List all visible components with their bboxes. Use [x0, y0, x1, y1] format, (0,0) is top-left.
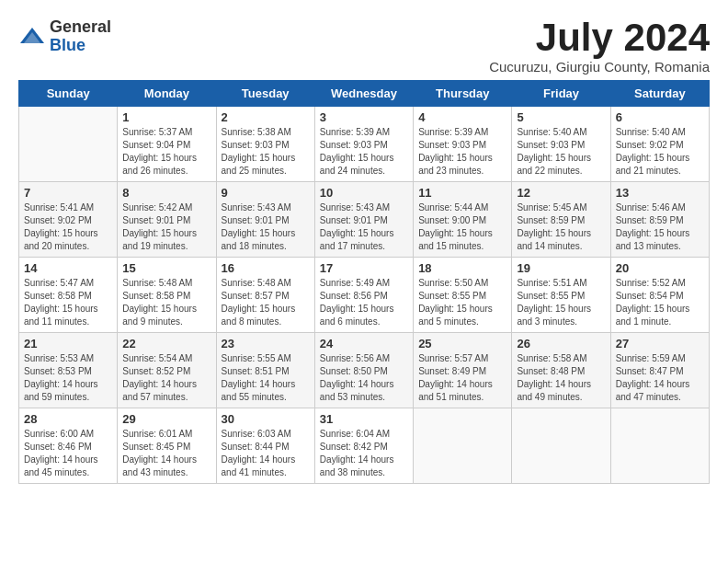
calendar-day-cell: 10Sunrise: 5:43 AMSunset: 9:01 PMDayligh…: [314, 182, 413, 258]
location: Cucuruzu, Giurgiu County, Romania: [489, 59, 710, 75]
day-number: 7: [24, 186, 112, 200]
calendar-day-cell: 3Sunrise: 5:39 AMSunset: 9:03 PMDaylight…: [314, 107, 413, 182]
day-info: Sunrise: 5:40 AMSunset: 9:03 PMDaylight:…: [517, 126, 605, 178]
calendar-week-row: 21Sunrise: 5:53 AMSunset: 8:53 PMDayligh…: [19, 333, 710, 408]
weekday-header: Tuesday: [216, 81, 314, 107]
calendar-day-cell: 27Sunrise: 5:59 AMSunset: 8:47 PMDayligh…: [610, 333, 709, 408]
calendar-day-cell: 17Sunrise: 5:49 AMSunset: 8:56 PMDayligh…: [314, 258, 413, 333]
day-number: 14: [24, 261, 112, 275]
day-info: Sunrise: 5:47 AMSunset: 8:58 PMDaylight:…: [24, 277, 112, 328]
logo-text: General Blue: [50, 18, 111, 55]
calendar-day-cell: 9Sunrise: 5:43 AMSunset: 9:01 PMDaylight…: [216, 182, 314, 258]
calendar-day-cell: 7Sunrise: 5:41 AMSunset: 9:02 PMDaylight…: [19, 182, 118, 258]
calendar-day-cell: 24Sunrise: 5:56 AMSunset: 8:50 PMDayligh…: [314, 333, 413, 408]
calendar-day-cell: 1Sunrise: 5:37 AMSunset: 9:04 PMDaylight…: [118, 107, 216, 182]
calendar-day-cell: 31Sunrise: 6:04 AMSunset: 8:42 PMDayligh…: [314, 408, 413, 484]
day-info: Sunrise: 5:41 AMSunset: 9:02 PMDaylight:…: [24, 201, 112, 253]
day-number: 21: [24, 337, 112, 350]
calendar-day-cell: 30Sunrise: 6:03 AMSunset: 8:44 PMDayligh…: [216, 408, 314, 484]
calendar-day-cell: 16Sunrise: 5:48 AMSunset: 8:57 PMDayligh…: [216, 258, 314, 333]
calendar-week-row: 28Sunrise: 6:00 AMSunset: 8:46 PMDayligh…: [19, 408, 710, 484]
day-info: Sunrise: 5:42 AMSunset: 9:01 PMDaylight:…: [122, 201, 210, 253]
day-info: Sunrise: 5:49 AMSunset: 8:56 PMDaylight:…: [320, 277, 408, 328]
day-info: Sunrise: 6:04 AMSunset: 8:42 PMDaylight:…: [320, 428, 408, 479]
calendar-day-cell: 2Sunrise: 5:38 AMSunset: 9:03 PMDaylight…: [216, 107, 314, 182]
weekday-header: Sunday: [19, 81, 118, 107]
day-info: Sunrise: 5:37 AMSunset: 9:04 PMDaylight:…: [122, 126, 210, 178]
calendar-day-cell: 25Sunrise: 5:57 AMSunset: 8:49 PMDayligh…: [414, 333, 512, 408]
calendar-day-cell: 26Sunrise: 5:58 AMSunset: 8:48 PMDayligh…: [512, 333, 610, 408]
day-info: Sunrise: 5:43 AMSunset: 9:01 PMDaylight:…: [320, 201, 408, 253]
day-number: 25: [418, 337, 506, 350]
day-number: 12: [517, 186, 605, 200]
day-number: 18: [418, 261, 506, 275]
day-number: 22: [122, 337, 210, 350]
calendar-day-cell: 23Sunrise: 5:55 AMSunset: 8:51 PMDayligh…: [216, 333, 314, 408]
page-header: General Blue July 2024 Cucuruzu, Giurgiu…: [18, 18, 710, 75]
calendar-day-cell: 8Sunrise: 5:42 AMSunset: 9:01 PMDaylight…: [118, 182, 216, 258]
day-info: Sunrise: 5:40 AMSunset: 9:02 PMDaylight:…: [616, 126, 704, 178]
calendar-day-cell: 19Sunrise: 5:51 AMSunset: 8:55 PMDayligh…: [512, 258, 610, 333]
weekday-header: Friday: [512, 81, 610, 107]
day-info: Sunrise: 6:00 AMSunset: 8:46 PMDaylight:…: [24, 428, 112, 479]
day-info: Sunrise: 5:46 AMSunset: 8:59 PMDaylight:…: [616, 201, 704, 253]
month-title: July 2024: [489, 18, 710, 57]
day-number: 15: [122, 261, 210, 275]
weekday-header: Saturday: [610, 81, 709, 107]
day-number: 11: [418, 186, 506, 200]
title-block: July 2024 Cucuruzu, Giurgiu County, Roma…: [489, 18, 710, 75]
calendar-week-row: 14Sunrise: 5:47 AMSunset: 8:58 PMDayligh…: [19, 258, 710, 333]
calendar-day-cell: 18Sunrise: 5:50 AMSunset: 8:55 PMDayligh…: [414, 258, 512, 333]
day-number: 3: [320, 110, 408, 124]
calendar-day-cell: [414, 408, 512, 484]
day-number: 28: [24, 412, 112, 426]
calendar-day-cell: 28Sunrise: 6:00 AMSunset: 8:46 PMDayligh…: [19, 408, 118, 484]
day-info: Sunrise: 5:56 AMSunset: 8:50 PMDaylight:…: [320, 352, 408, 404]
day-number: 31: [320, 412, 408, 426]
day-info: Sunrise: 5:51 AMSunset: 8:55 PMDaylight:…: [517, 277, 605, 328]
day-number: 16: [222, 261, 310, 275]
day-number: 13: [616, 186, 704, 200]
day-number: 19: [517, 261, 605, 275]
weekday-header: Thursday: [414, 81, 512, 107]
calendar-day-cell: 13Sunrise: 5:46 AMSunset: 8:59 PMDayligh…: [610, 182, 709, 258]
day-number: 1: [122, 110, 210, 124]
calendar-header-row: SundayMondayTuesdayWednesdayThursdayFrid…: [19, 81, 710, 107]
logo-icon: [18, 23, 46, 51]
calendar-day-cell: 20Sunrise: 5:52 AMSunset: 8:54 PMDayligh…: [610, 258, 709, 333]
day-info: Sunrise: 6:03 AMSunset: 8:44 PMDaylight:…: [222, 428, 310, 479]
calendar-day-cell: 6Sunrise: 5:40 AMSunset: 9:02 PMDaylight…: [610, 107, 709, 182]
day-info: Sunrise: 5:39 AMSunset: 9:03 PMDaylight:…: [418, 126, 506, 178]
day-number: 17: [320, 261, 408, 275]
day-info: Sunrise: 6:01 AMSunset: 8:45 PMDaylight:…: [122, 428, 210, 479]
day-number: 2: [222, 110, 310, 124]
calendar-day-cell: 22Sunrise: 5:54 AMSunset: 8:52 PMDayligh…: [118, 333, 216, 408]
weekday-header: Monday: [118, 81, 216, 107]
calendar-day-cell: [19, 107, 118, 182]
day-info: Sunrise: 5:43 AMSunset: 9:01 PMDaylight:…: [222, 201, 310, 253]
day-info: Sunrise: 5:58 AMSunset: 8:48 PMDaylight:…: [517, 352, 605, 404]
day-info: Sunrise: 5:53 AMSunset: 8:53 PMDaylight:…: [24, 352, 112, 404]
logo: General Blue: [18, 18, 111, 55]
calendar-day-cell: 4Sunrise: 5:39 AMSunset: 9:03 PMDaylight…: [414, 107, 512, 182]
day-info: Sunrise: 5:57 AMSunset: 8:49 PMDaylight:…: [418, 352, 506, 404]
calendar-day-cell: [610, 408, 709, 484]
day-info: Sunrise: 5:50 AMSunset: 8:55 PMDaylight:…: [418, 277, 506, 328]
day-info: Sunrise: 5:59 AMSunset: 8:47 PMDaylight:…: [616, 352, 704, 404]
day-number: 23: [222, 337, 310, 350]
day-info: Sunrise: 5:48 AMSunset: 8:57 PMDaylight:…: [222, 277, 310, 328]
day-number: 30: [222, 412, 310, 426]
calendar-day-cell: 15Sunrise: 5:48 AMSunset: 8:58 PMDayligh…: [118, 258, 216, 333]
day-number: 29: [122, 412, 210, 426]
day-info: Sunrise: 5:55 AMSunset: 8:51 PMDaylight:…: [222, 352, 310, 404]
calendar-day-cell: 29Sunrise: 6:01 AMSunset: 8:45 PMDayligh…: [118, 408, 216, 484]
calendar-day-cell: 12Sunrise: 5:45 AMSunset: 8:59 PMDayligh…: [512, 182, 610, 258]
calendar-day-cell: 5Sunrise: 5:40 AMSunset: 9:03 PMDaylight…: [512, 107, 610, 182]
calendar-week-row: 7Sunrise: 5:41 AMSunset: 9:02 PMDaylight…: [19, 182, 710, 258]
day-info: Sunrise: 5:52 AMSunset: 8:54 PMDaylight:…: [616, 277, 704, 328]
day-number: 20: [616, 261, 704, 275]
day-number: 27: [616, 337, 704, 350]
day-info: Sunrise: 5:39 AMSunset: 9:03 PMDaylight:…: [320, 126, 408, 178]
day-number: 4: [418, 110, 506, 124]
calendar-day-cell: [512, 408, 610, 484]
